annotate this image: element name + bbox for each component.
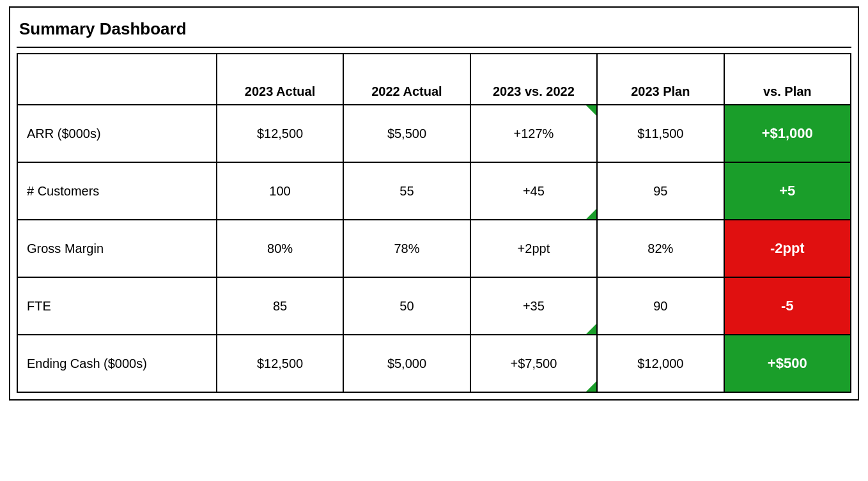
row-4-vs2022: +$7,500	[470, 335, 597, 392]
row-2-vs2022: +2ppt	[470, 220, 597, 277]
row-3-vsplan: -5	[724, 277, 851, 335]
row-2-plan: 82%	[597, 220, 724, 277]
row-0-label: ARR ($000s)	[17, 105, 217, 162]
row-2-actual2022: 78%	[343, 220, 470, 277]
row-1-actual2022: 55	[343, 162, 470, 220]
row-4-actual2022: $5,000	[343, 335, 470, 392]
row-2-label: Gross Margin	[17, 220, 217, 277]
row-1-actual2023: 100	[217, 162, 343, 220]
col-header-vsplan: vs. Plan	[724, 54, 851, 105]
row-2-vsplan: -2ppt	[724, 220, 851, 277]
row-0-actual2022: $5,500	[343, 105, 470, 162]
row-1-vsplan: +5	[724, 162, 851, 220]
dashboard-title: Summary Dashboard	[17, 14, 851, 48]
row-1-vs2022: +45	[470, 162, 597, 220]
col-header-vs2022: 2023 vs. 2022	[470, 54, 597, 105]
row-1-label: # Customers	[17, 162, 217, 220]
summary-table: 2023 Actual 2022 Actual 2023 vs. 2022 20…	[17, 53, 851, 393]
row-2-actual2023: 80%	[217, 220, 343, 277]
row-3-actual2023: 85	[217, 277, 343, 335]
row-3-label: FTE	[17, 277, 217, 335]
row-3-plan: 90	[597, 277, 724, 335]
row-0-vs2022: +127%	[470, 105, 597, 162]
row-4-actual2023: $12,500	[217, 335, 343, 392]
col-header-label	[17, 54, 217, 105]
row-4-vsplan: +$500	[724, 335, 851, 392]
row-3-actual2022: 50	[343, 277, 470, 335]
col-header-plan: 2023 Plan	[597, 54, 724, 105]
dashboard-container: Summary Dashboard 2023 Actual 2022 Actua…	[9, 6, 859, 401]
col-header-2022actual: 2022 Actual	[343, 54, 470, 105]
row-1-plan: 95	[597, 162, 724, 220]
row-4-label: Ending Cash ($000s)	[17, 335, 217, 392]
row-0-actual2023: $12,500	[217, 105, 343, 162]
row-0-vsplan: +$1,000	[724, 105, 851, 162]
row-0-plan: $11,500	[597, 105, 724, 162]
row-3-vs2022: +35	[470, 277, 597, 335]
row-4-plan: $12,000	[597, 335, 724, 392]
col-header-2023actual: 2023 Actual	[217, 54, 343, 105]
